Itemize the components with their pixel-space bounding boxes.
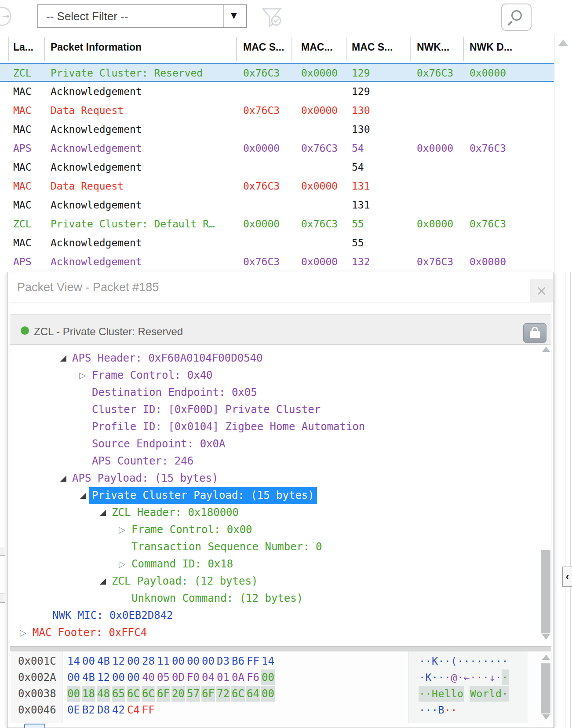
hex-byte[interactable]: F6	[246, 669, 260, 685]
dialog-titlebar[interactable]: Packet View - Packet #185 ×	[7, 272, 554, 303]
hex-byte[interactable]: 00	[127, 653, 140, 669]
hex-byte[interactable]: 0E	[67, 702, 80, 718]
ascii-char[interactable]: o	[457, 686, 464, 702]
packet-row[interactable]: ZCLPrivate Cluster: Reserved0x76C30x0000…	[0, 63, 554, 82]
ascii-char[interactable]: ·	[502, 686, 509, 702]
packet-row[interactable]: MACData Request0x76C30x0000131	[0, 177, 554, 196]
column-separator[interactable]	[346, 37, 347, 61]
column-header-mac_src[interactable]: MAC S...	[243, 41, 284, 53]
column-header-nwk_src[interactable]: NWK...	[417, 41, 449, 53]
expanded-triangle-icon[interactable]	[100, 578, 106, 585]
column-header-nwk_dst[interactable]: NWK D...	[470, 41, 512, 53]
hex-byte[interactable]: FF	[142, 702, 155, 718]
tree-scroll-up-icon[interactable]	[542, 347, 550, 352]
tree-node[interactable]: ▷Frame Control: 0x40	[10, 367, 551, 384]
column-separator[interactable]	[44, 37, 45, 61]
ascii-char[interactable]: ·	[502, 669, 509, 685]
packet-row[interactable]: APSAcknowledgement0x00000x76C3540x00000x…	[0, 139, 554, 158]
hex-byte[interactable]: B2	[82, 702, 95, 718]
tree-node[interactable]: NWK MIC: 0x0EB2D842	[10, 607, 551, 624]
splitter-handle[interactable]	[10, 646, 551, 651]
column-header-seq[interactable]: MAC S...	[352, 41, 393, 53]
hex-byte[interactable]: 00	[112, 669, 125, 685]
hex-byte[interactable]: D8	[97, 702, 110, 718]
hex-byte[interactable]: 6F	[201, 686, 215, 702]
tree-node[interactable]: Source Endpoint: 0x0A	[10, 435, 551, 453]
hex-byte[interactable]: 6F	[157, 686, 170, 702]
hex-byte[interactable]: 00	[171, 653, 185, 669]
column-separator[interactable]	[463, 37, 464, 61]
hex-byte[interactable]: 14	[261, 653, 275, 669]
tree-node[interactable]: Profile ID: [0x0104] Zigbee Home Automat…	[10, 418, 551, 435]
tree-node[interactable]: ▷MAC Footer: 0xFFC4	[10, 624, 551, 641]
collapsed-triangle-icon[interactable]: ▷	[119, 521, 125, 538]
lock-button[interactable]	[523, 323, 546, 343]
hex-byte[interactable]: B6	[231, 653, 245, 669]
hex-scrollbar-thumb[interactable]	[541, 663, 550, 713]
hex-byte[interactable]: 72	[216, 686, 230, 702]
hex-byte[interactable]: 6C	[231, 686, 245, 702]
hex-byte[interactable]: 48	[97, 686, 110, 702]
column-header-mac_dst[interactable]: MAC...	[301, 41, 333, 53]
hex-byte[interactable]: 11	[157, 653, 170, 669]
column-separator[interactable]	[291, 37, 292, 61]
column-header-layer[interactable]: La...	[13, 41, 33, 53]
tree-scroll-down-icon[interactable]	[542, 634, 550, 640]
hex-byte[interactable]: 4B	[97, 653, 110, 669]
expanded-triangle-icon[interactable]	[60, 355, 66, 362]
hex-byte[interactable]: C4	[127, 702, 140, 718]
chevron-down-icon[interactable]: ▼	[231, 11, 237, 20]
column-header-info[interactable]: Packet Information	[51, 41, 142, 53]
tree-node[interactable]: APS Counter: 246	[10, 453, 551, 470]
hex-byte[interactable]: 0A	[231, 669, 245, 685]
tree-node[interactable]: ZCL Header: 0x180000	[10, 504, 551, 521]
hex-byte[interactable]: 00	[261, 669, 275, 685]
clear-filter-icon[interactable]	[260, 6, 283, 28]
hex-byte[interactable]: F0	[186, 669, 200, 685]
hex-byte[interactable]: 00	[67, 686, 80, 702]
packet-row[interactable]: MACAcknowledgement129	[0, 82, 554, 101]
tree-node[interactable]: APS Header: 0xF60A0104F00D0540	[10, 350, 551, 367]
hex-byte[interactable]: 18	[82, 686, 95, 702]
hex-byte[interactable]: 6C	[142, 686, 155, 702]
collapsed-triangle-icon[interactable]: ▷	[79, 367, 86, 384]
tree-node[interactable]: Destination Endpoint: 0x05	[10, 384, 551, 401]
close-button[interactable]: ×	[530, 279, 553, 302]
hex-byte[interactable]: 05	[157, 669, 170, 685]
hex-byte[interactable]: 00	[261, 686, 275, 702]
tree-node[interactable]: ▷Command ID: 0x18	[10, 556, 551, 573]
hex-byte[interactable]: 0D	[171, 669, 185, 685]
hex-byte[interactable]: 42	[112, 702, 125, 718]
ascii-char[interactable]: ·	[451, 702, 458, 718]
hex-byte[interactable]: 28	[142, 653, 155, 669]
hex-byte[interactable]: 4B	[82, 669, 95, 685]
collapse-panel-button[interactable]: ‹	[562, 567, 572, 587]
expanded-triangle-icon[interactable]	[100, 510, 106, 516]
dialog-filter-strip[interactable]	[10, 303, 551, 315]
collapsed-triangle-icon[interactable]: ▷	[20, 624, 26, 641]
hex-byte[interactable]: 01	[216, 669, 230, 685]
tree-node[interactable]: Private Cluster Payload: (15 bytes)	[10, 487, 551, 504]
hex-byte[interactable]: 65	[112, 686, 125, 702]
packet-row[interactable]: MACAcknowledgement55	[0, 234, 554, 252]
packet-row[interactable]: MACData Request0x76C30x0000130	[0, 101, 554, 120]
hex-byte[interactable]: 20	[171, 686, 185, 702]
filter-select-dropdown[interactable]: -- Select Filter -- ▼	[37, 4, 247, 28]
scroll-up-icon[interactable]	[558, 40, 568, 46]
hex-byte[interactable]: 00	[67, 669, 80, 685]
tree-node[interactable]: ▷Frame Control: 0x00	[10, 521, 551, 538]
ascii-char[interactable]: ·	[502, 653, 509, 669]
packet-row[interactable]: MACAcknowledgement54	[0, 158, 554, 177]
column-separator[interactable]	[8, 37, 9, 61]
tree-scrollbar-thumb[interactable]	[541, 550, 550, 633]
hex-byte[interactable]: 04	[201, 669, 215, 685]
packet-row[interactable]: MACAcknowledgement130	[0, 120, 554, 139]
tree-node[interactable]: ZCL Payload: (12 bytes)	[10, 573, 551, 590]
collapsed-triangle-icon[interactable]: ▷	[119, 556, 125, 573]
tree-node[interactable]: Unknown Command: (12 bytes)	[10, 590, 551, 607]
hex-byte[interactable]: FF	[246, 653, 260, 669]
packet-row[interactable]: APSAcknowledgement0x76C30x00001320x76C30…	[0, 252, 554, 271]
forward-arrow-icon[interactable]: →	[0, 7, 11, 26]
expanded-triangle-icon[interactable]	[60, 476, 66, 482]
hex-byte[interactable]: D3	[216, 653, 230, 669]
